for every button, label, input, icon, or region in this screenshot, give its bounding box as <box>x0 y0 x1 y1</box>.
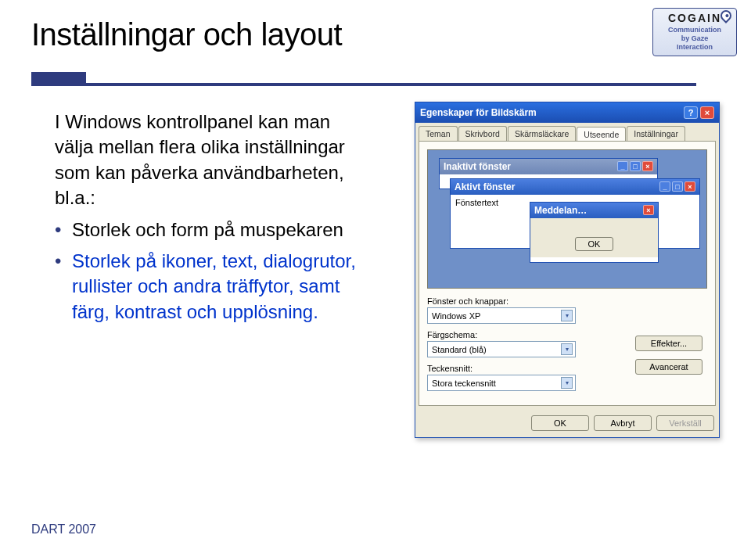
tab-themes[interactable]: Teman <box>419 126 458 141</box>
bullet-item: Storlek och form på muspekaren <box>55 217 368 242</box>
footer-text: DART 2007 <box>31 522 96 537</box>
dialog-title-text: Egenskaper för Bildskärm <box>420 107 537 118</box>
title-underline <box>31 72 86 86</box>
ok-button[interactable]: OK <box>575 237 614 251</box>
label-windows-buttons: Fönster och knappar: <box>427 296 707 306</box>
slide: Inställningar och layout COGAIN Communic… <box>0 0 751 560</box>
minimize-icon: _ <box>659 181 670 192</box>
page-title: Inställningar och layout <box>0 0 751 52</box>
close-icon: × <box>642 161 653 171</box>
bullet-item: Storlek på ikoner, text, dialogrutor, ru… <box>55 249 368 325</box>
tab-strip: Teman Skrivbord Skärmsläckare Utseende I… <box>415 123 719 141</box>
ok-button[interactable]: OK <box>531 415 589 431</box>
appearance-preview: Inaktivt fönster _ □ × Aktivt fönster _ <box>427 149 707 289</box>
select-color-scheme[interactable]: Standard (blå) ▾ <box>427 341 576 357</box>
maximize-icon: □ <box>672 181 683 192</box>
display-properties-dialog: Egenskaper för Bildskärm ? × Teman Skriv… <box>415 102 720 438</box>
logo-tagline: Communication by Gaze Interaction <box>656 26 733 51</box>
dialog-titlebar[interactable]: Egenskaper för Bildskärm ? × <box>415 102 719 123</box>
cancel-button[interactable]: Avbryt <box>594 415 652 431</box>
chevron-down-icon: ▾ <box>561 343 573 355</box>
tab-settings[interactable]: Inställningar <box>627 126 685 141</box>
body-text: I Windows kontrollpanel kan man välja me… <box>55 109 368 331</box>
minimize-icon: _ <box>617 161 628 171</box>
select-font-size[interactable]: Stora teckensnitt ▾ <box>427 375 576 391</box>
close-icon: × <box>643 205 654 215</box>
help-button[interactable]: ? <box>684 106 698 119</box>
maximize-icon: □ <box>630 161 641 171</box>
effects-button[interactable]: Effekter... <box>635 336 702 351</box>
tab-screensaver[interactable]: Skärmsläckare <box>508 126 576 141</box>
tab-appearance[interactable]: Utseende <box>577 127 626 142</box>
advanced-button[interactable]: Avancerat <box>635 359 702 375</box>
chevron-down-icon: ▾ <box>561 377 573 389</box>
select-windows-buttons[interactable]: Windows XP ▾ <box>427 307 576 324</box>
tab-panel: Inaktivt fönster _ □ × Aktivt fönster _ <box>419 141 716 406</box>
tab-desktop[interactable]: Skrivbord <box>458 126 507 141</box>
close-button[interactable]: × <box>700 106 714 119</box>
close-icon: × <box>685 181 695 192</box>
apply-button[interactable]: Verkställ <box>656 415 714 431</box>
chevron-down-icon: ▾ <box>561 310 573 321</box>
preview-message-box: Meddelan… × OK <box>530 202 659 263</box>
intro-paragraph: I Windows kontrollpanel kan man välja me… <box>55 109 368 211</box>
dialog-bottom-buttons: OK Avbryt Verkställ <box>415 409 719 437</box>
cogain-logo: COGAIN Communication by Gaze Interaction <box>652 8 737 56</box>
